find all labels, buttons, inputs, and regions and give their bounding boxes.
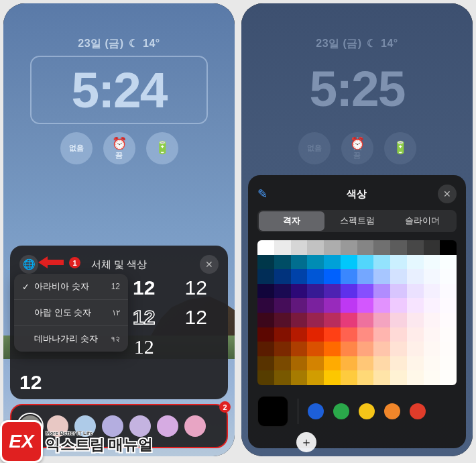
grid-cell[interactable] bbox=[357, 342, 374, 356]
grid-cell[interactable] bbox=[307, 370, 324, 385]
grid-cell[interactable] bbox=[390, 240, 407, 255]
grid-cell[interactable] bbox=[424, 342, 440, 356]
grid-cell[interactable] bbox=[357, 356, 374, 371]
preset-swatch[interactable] bbox=[359, 403, 375, 419]
grid-cell[interactable] bbox=[424, 240, 440, 255]
grid-cell[interactable] bbox=[390, 269, 407, 284]
grid-cell[interactable] bbox=[324, 356, 341, 371]
grid-cell[interactable] bbox=[274, 298, 291, 313]
grid-cell[interactable] bbox=[440, 342, 457, 356]
grid-cell[interactable] bbox=[291, 255, 308, 270]
grid-cell[interactable] bbox=[307, 240, 324, 255]
eyedropper-button[interactable]: ✎ bbox=[257, 187, 275, 201]
grid-cell[interactable] bbox=[257, 342, 274, 356]
grid-cell[interactable] bbox=[357, 327, 374, 342]
grid-cell[interactable] bbox=[440, 327, 457, 342]
grid-cell[interactable] bbox=[407, 342, 424, 356]
grid-cell[interactable] bbox=[424, 284, 440, 299]
grid-cell[interactable] bbox=[440, 370, 457, 385]
grid-cell[interactable] bbox=[257, 356, 274, 371]
grid-cell[interactable] bbox=[257, 240, 274, 255]
grid-cell[interactable] bbox=[390, 356, 407, 371]
grid-cell[interactable] bbox=[407, 284, 424, 299]
grid-cell[interactable] bbox=[357, 269, 374, 284]
grid-cell[interactable] bbox=[341, 327, 357, 342]
grid-cell[interactable] bbox=[357, 240, 374, 255]
font-option-3[interactable]: 12 bbox=[121, 305, 167, 330]
grid-cell[interactable] bbox=[341, 313, 357, 327]
grid-cell[interactable] bbox=[440, 255, 457, 270]
color-swatch[interactable] bbox=[184, 415, 206, 437]
grid-cell[interactable] bbox=[373, 370, 390, 385]
grid-cell[interactable] bbox=[291, 284, 308, 299]
font-option-6[interactable]: 12 bbox=[19, 370, 42, 395]
font-option-5[interactable]: 12 bbox=[121, 334, 167, 360]
grid-cell[interactable] bbox=[257, 298, 274, 313]
grid-cell[interactable] bbox=[307, 269, 324, 284]
grid-cell[interactable] bbox=[407, 255, 424, 270]
grid-cell[interactable] bbox=[274, 269, 291, 284]
grid-cell[interactable] bbox=[373, 327, 390, 342]
grid-cell[interactable] bbox=[307, 313, 324, 327]
grid-cell[interactable] bbox=[373, 269, 390, 284]
grid-cell[interactable] bbox=[307, 255, 324, 270]
color-swatch[interactable] bbox=[157, 415, 178, 437]
grid-cell[interactable] bbox=[440, 313, 457, 327]
grid-cell[interactable] bbox=[407, 313, 424, 327]
grid-cell[interactable] bbox=[257, 284, 274, 299]
grid-cell[interactable] bbox=[373, 298, 390, 313]
grid-cell[interactable] bbox=[324, 255, 341, 270]
grid-cell[interactable] bbox=[274, 313, 291, 327]
grid-cell[interactable] bbox=[390, 370, 407, 385]
grid-cell[interactable] bbox=[407, 269, 424, 284]
grid-cell[interactable] bbox=[274, 356, 291, 371]
grid-cell[interactable] bbox=[307, 284, 324, 299]
grid-cell[interactable] bbox=[390, 313, 407, 327]
grid-cell[interactable] bbox=[390, 255, 407, 270]
grid-cell[interactable] bbox=[440, 298, 457, 313]
grid-cell[interactable] bbox=[274, 240, 291, 255]
color-grid[interactable] bbox=[257, 240, 457, 385]
font-option-1[interactable]: 12 bbox=[121, 275, 167, 301]
grid-cell[interactable] bbox=[373, 284, 390, 299]
dropdown-item-arabic-indic[interactable]: 아랍 인도 숫자 ١٢ bbox=[14, 300, 128, 326]
grid-cell[interactable] bbox=[274, 327, 291, 342]
grid-cell[interactable] bbox=[407, 298, 424, 313]
grid-cell[interactable] bbox=[307, 298, 324, 313]
grid-cell[interactable] bbox=[341, 356, 357, 371]
grid-cell[interactable] bbox=[341, 342, 357, 356]
grid-cell[interactable] bbox=[257, 327, 274, 342]
grid-cell[interactable] bbox=[373, 342, 390, 356]
preset-swatch[interactable] bbox=[308, 403, 324, 419]
grid-cell[interactable] bbox=[257, 313, 274, 327]
grid-cell[interactable] bbox=[341, 240, 357, 255]
widget-pill-2[interactable]: ⏰ 끔 bbox=[103, 132, 135, 164]
grid-cell[interactable] bbox=[291, 269, 308, 284]
grid-cell[interactable] bbox=[424, 269, 440, 284]
grid-cell[interactable] bbox=[324, 313, 341, 327]
grid-cell[interactable] bbox=[324, 240, 341, 255]
grid-cell[interactable] bbox=[274, 370, 291, 385]
grid-cell[interactable] bbox=[373, 356, 390, 371]
globe-button[interactable]: 🌐 1 bbox=[19, 255, 38, 274]
grid-cell[interactable] bbox=[291, 342, 308, 356]
grid-cell[interactable] bbox=[424, 313, 440, 327]
grid-cell[interactable] bbox=[291, 240, 308, 255]
grid-cell[interactable] bbox=[440, 240, 457, 255]
grid-cell[interactable] bbox=[307, 342, 324, 356]
grid-cell[interactable] bbox=[424, 298, 440, 313]
grid-cell[interactable] bbox=[373, 255, 390, 270]
grid-cell[interactable] bbox=[424, 255, 440, 270]
grid-cell[interactable] bbox=[341, 269, 357, 284]
grid-cell[interactable] bbox=[274, 342, 291, 356]
add-preset-button[interactable]: ＋ bbox=[296, 432, 316, 452]
grid-cell[interactable] bbox=[341, 255, 357, 270]
grid-cell[interactable] bbox=[357, 370, 374, 385]
grid-cell[interactable] bbox=[324, 298, 341, 313]
segment-spectrum[interactable]: 스펙트럼 bbox=[324, 211, 390, 231]
grid-cell[interactable] bbox=[424, 370, 440, 385]
grid-cell[interactable] bbox=[324, 370, 341, 385]
clock-widget[interactable]: 5:24 bbox=[30, 56, 208, 124]
dropdown-item-arabic[interactable]: ✓ 아라비아 숫자 12 bbox=[14, 274, 128, 300]
grid-cell[interactable] bbox=[390, 298, 407, 313]
